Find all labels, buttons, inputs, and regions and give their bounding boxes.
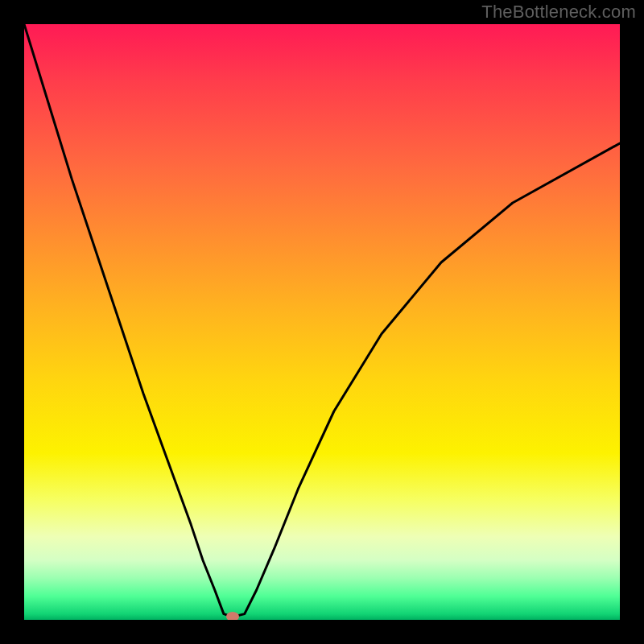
curve-svg: [24, 24, 620, 620]
bottleneck-curve: [24, 24, 620, 617]
chart-frame: TheBottleneck.com: [0, 0, 644, 644]
optimum-marker: [226, 612, 239, 620]
watermark-text: TheBottleneck.com: [481, 2, 636, 23]
plot-area: [24, 24, 620, 620]
